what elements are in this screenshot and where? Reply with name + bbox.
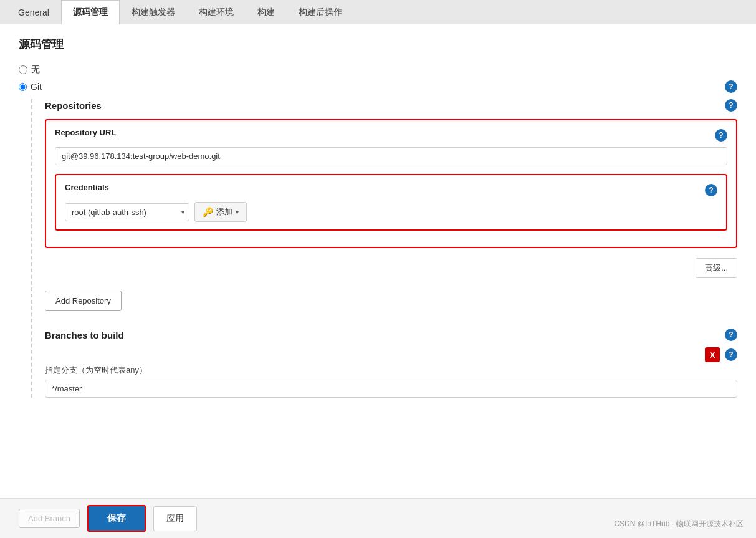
- add-label-text: 添加: [216, 206, 232, 218]
- credentials-select[interactable]: root (qitlab-auth-ssh) - 无 -: [65, 203, 189, 221]
- branch-specify-label: 指定分支（为空时代表any）: [45, 365, 737, 376]
- tab-source[interactable]: 源码管理: [61, 0, 120, 24]
- branch-input[interactable]: [45, 380, 737, 398]
- radio-group: 无 Git ?: [19, 64, 737, 93]
- add-branch-button[interactable]: Add Branch: [19, 509, 80, 523]
- repositories-label: Repositories: [45, 100, 102, 111]
- repos-header-row: Repositories ?: [45, 99, 737, 112]
- radio-none[interactable]: 无: [19, 64, 737, 75]
- tab-post-build[interactable]: 构建后操作: [287, 0, 354, 24]
- main-content: 源码管理 无 Git ? Repositories ? Repository U…: [0, 24, 756, 523]
- credentials-select-wrapper: root (qitlab-auth-ssh) - 无 - ▾: [65, 203, 189, 221]
- radio-none-label: 无: [31, 64, 40, 75]
- radio-none-input[interactable]: [19, 65, 27, 74]
- credentials-help-icon[interactable]: ?: [705, 184, 717, 196]
- repositories-help-icon[interactable]: ?: [725, 99, 737, 112]
- tab-env[interactable]: 构建环境: [187, 0, 246, 24]
- radio-git-input[interactable]: [19, 83, 27, 91]
- tabs-bar: General 源码管理 构建触发器 构建环境 构建 构建后操作: [0, 0, 756, 24]
- repo-url-input[interactable]: [55, 147, 727, 165]
- advanced-row: 高级...: [45, 258, 737, 278]
- add-credentials-button[interactable]: 🔑 添加 ▾: [194, 202, 247, 222]
- add-dropdown-arrow-icon: ▾: [236, 209, 239, 216]
- repo-url-box: Repository URL ? Credentials ? root (qit…: [45, 119, 737, 248]
- branch-delete-button[interactable]: X: [705, 347, 720, 362]
- branches-section: Branches to build ? X ? 指定分支（为空时代表any）: [45, 329, 737, 398]
- save-button[interactable]: 保存: [87, 505, 146, 523]
- tab-trigger[interactable]: 构建触发器: [120, 0, 187, 24]
- branch-delete-row: X ?: [45, 347, 737, 362]
- radio-git-label: Git: [31, 82, 42, 92]
- credentials-label: Credentials: [65, 183, 109, 192]
- key-icon: 🔑: [203, 207, 213, 217]
- credentials-field-row: root (qitlab-auth-ssh) - 无 - ▾ 🔑 添加 ▾: [65, 202, 717, 222]
- repo-url-help-icon[interactable]: ?: [715, 129, 727, 142]
- apply-button[interactable]: 应用: [153, 506, 197, 524]
- branches-to-build-label: Branches to build: [45, 330, 124, 340]
- credentials-header: Credentials ?: [65, 183, 717, 197]
- git-left: Git: [19, 82, 42, 92]
- tab-build[interactable]: 构建: [246, 0, 287, 24]
- branches-to-build-header: Branches to build ?: [45, 329, 737, 341]
- git-help-icon[interactable]: ?: [725, 80, 737, 93]
- watermark: CSDN @IoTHub - 物联网开源技术补区: [614, 519, 744, 523]
- advanced-button[interactable]: 高级...: [696, 258, 737, 278]
- branch-row-help-icon[interactable]: ?: [725, 348, 737, 361]
- repo-url-header: Repository URL ?: [55, 128, 727, 142]
- repo-url-label: Repository URL: [55, 128, 116, 137]
- branches-help-icon[interactable]: ?: [725, 329, 737, 341]
- branch-input-row: [45, 380, 737, 398]
- repos-section: Repositories ? Repository URL ? Credenti…: [31, 99, 737, 398]
- add-repository-button[interactable]: Add Repository: [45, 291, 122, 311]
- tab-general[interactable]: General: [6, 0, 61, 24]
- git-row: Git ?: [19, 80, 737, 93]
- credentials-box: Credentials ? root (qitlab-auth-ssh) - 无…: [55, 174, 727, 231]
- section-title: 源码管理: [19, 37, 737, 52]
